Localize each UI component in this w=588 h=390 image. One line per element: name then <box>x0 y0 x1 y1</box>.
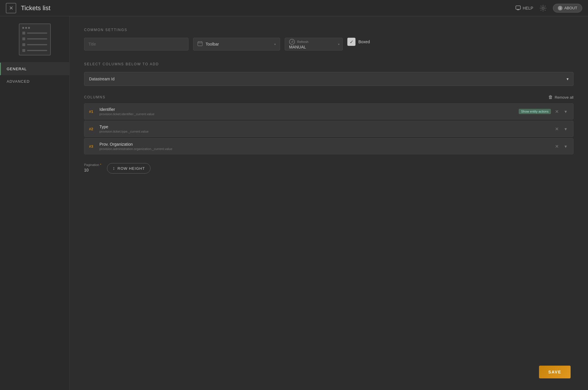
about-icon: i <box>558 6 562 10</box>
pagination-row: Pagination * 10 ↕ ROW HEIGHT <box>84 163 574 174</box>
toolbar-arrow: ▾ <box>274 43 276 46</box>
boxed-label: Boxed <box>358 39 370 44</box>
boxed-checkbox[interactable]: ✓ <box>347 38 355 46</box>
refresh-select[interactable]: ↺ Refresh MANUAL ▾ <box>285 38 343 50</box>
columns-dropdown-value: Datastream Id <box>89 77 115 81</box>
top-bar: ✕ Tickets list HELP i ABOUT <box>0 0 588 16</box>
columns-dropdown[interactable]: Datastream Id ▾ <box>84 72 574 86</box>
col-remove-1[interactable]: ✕ <box>553 108 560 115</box>
svg-point-1 <box>542 7 544 9</box>
remove-all-button[interactable]: 🗑 Remove all <box>548 95 574 100</box>
pagination-value: 10 <box>84 168 101 172</box>
help-button[interactable]: HELP <box>515 5 533 11</box>
col-num-2: #2 <box>89 127 96 131</box>
col-path-3: provision.administration.organization._c… <box>99 147 550 151</box>
col-path-1: provision.ticket.identifier._current.val… <box>99 112 515 116</box>
calendar-icon <box>197 41 203 47</box>
columns-section-label: COLUMNS <box>84 95 106 99</box>
pagination-label: Pagination * <box>84 163 101 167</box>
sidebar-item-general-label: GENERAL <box>7 67 27 71</box>
boxed-toggle[interactable]: ✓ Boxed <box>347 38 370 46</box>
col-info-1: Identifier provision.ticket.identifier._… <box>99 107 515 116</box>
main-layout: GENERAL ADVANCED COMMON SETTINGS Toolbar… <box>0 16 588 390</box>
common-settings-row: Toolbar ▾ ↺ Refresh MANUAL ▾ ✓ Boxed <box>84 38 574 50</box>
save-button[interactable]: SAVE <box>539 366 571 378</box>
col-expand-3[interactable]: ▾ <box>563 143 569 150</box>
close-button[interactable]: ✕ <box>6 3 16 13</box>
col-name-1: Identifier <box>99 107 515 112</box>
select-columns-label: SELECT COLUMNS BELOW TO ADD <box>84 62 574 66</box>
toolbar-label: Toolbar <box>206 42 271 46</box>
table-row: #2 Type provision.ticket.type._current.v… <box>84 121 574 137</box>
col-expand-1[interactable]: ▾ <box>563 108 569 115</box>
page-title: Tickets list <box>21 4 511 12</box>
col-info-2: Type provision.ticket.type._current.valu… <box>99 124 550 133</box>
pagination-required: * <box>100 163 101 167</box>
check-icon: ✓ <box>350 39 353 45</box>
refresh-value: MANUAL <box>289 45 338 49</box>
title-input[interactable] <box>84 38 188 50</box>
trash-icon: 🗑 <box>548 95 553 100</box>
help-label: HELP <box>523 6 533 10</box>
remove-all-label: Remove all <box>555 95 574 100</box>
columns-header: COLUMNS 🗑 Remove all <box>84 95 574 100</box>
columns-dropdown-arrow: ▾ <box>567 77 569 81</box>
row-height-label: ROW HEIGHT <box>117 166 145 171</box>
col-remove-2[interactable]: ✕ <box>553 126 560 132</box>
help-icon <box>515 5 521 11</box>
top-right-actions: HELP i ABOUT <box>515 4 582 12</box>
row-height-button[interactable]: ↕ ROW HEIGHT <box>107 163 150 174</box>
sidebar-item-advanced-label: ADVANCED <box>7 79 30 84</box>
refresh-label: Refresh <box>297 40 308 44</box>
gear-button[interactable] <box>539 4 547 12</box>
col-actions-2: ✕ ▾ <box>553 126 569 132</box>
row-height-icon: ↕ <box>112 166 115 171</box>
refresh-icon: ↺ <box>289 39 295 45</box>
col-name-3: Prov. Organization <box>99 142 550 147</box>
about-button[interactable]: i ABOUT <box>553 4 582 12</box>
sidebar: GENERAL ADVANCED <box>0 16 70 390</box>
sidebar-item-general[interactable]: GENERAL <box>0 63 69 75</box>
table-row: #1 Identifier provision.ticket.identifie… <box>84 103 574 120</box>
close-icon: ✕ <box>9 5 13 11</box>
about-label: ABOUT <box>564 6 577 10</box>
col-path-2: provision.ticket.type._current.value <box>99 130 550 133</box>
content-area: COMMON SETTINGS Toolbar ▾ ↺ Refresh <box>70 16 588 390</box>
col-name-2: Type <box>99 124 550 129</box>
refresh-arrow: ▾ <box>338 43 340 46</box>
col-actions-3: ✕ ▾ <box>553 143 569 150</box>
save-label: SAVE <box>548 370 561 374</box>
table-row: #3 Prov. Organization provision.administ… <box>84 138 574 154</box>
col-num-3: #3 <box>89 144 96 149</box>
gear-icon <box>539 4 547 12</box>
col-expand-2[interactable]: ▾ <box>563 126 569 132</box>
svg-rect-2 <box>198 42 202 46</box>
col-num-1: #1 <box>89 109 96 114</box>
pagination-field: Pagination * 10 <box>84 163 101 172</box>
common-settings-label: COMMON SETTINGS <box>84 28 574 32</box>
show-entity-badge[interactable]: Show entity actions <box>519 109 551 114</box>
col-actions-1: Show entity actions ✕ ▾ <box>519 108 569 115</box>
toolbar-select[interactable]: Toolbar ▾ <box>193 38 280 50</box>
col-remove-3[interactable]: ✕ <box>553 143 560 150</box>
select-columns-section: SELECT COLUMNS BELOW TO ADD Datastream I… <box>84 62 574 86</box>
svg-rect-0 <box>516 6 520 9</box>
widget-icon <box>19 24 51 55</box>
sidebar-item-advanced[interactable]: ADVANCED <box>0 75 69 88</box>
widget-preview <box>0 16 69 63</box>
columns-section: COLUMNS 🗑 Remove all #1 Identifier provi… <box>84 95 574 154</box>
refresh-top: ↺ Refresh <box>289 39 338 45</box>
col-info-3: Prov. Organization provision.administrat… <box>99 142 550 151</box>
